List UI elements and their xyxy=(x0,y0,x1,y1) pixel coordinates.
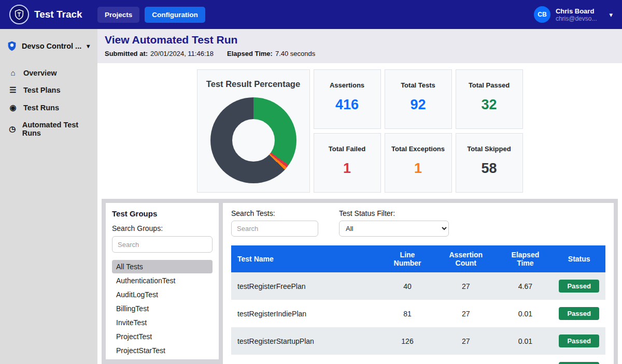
sidebar-item-label: Automated Test Runs xyxy=(22,121,89,137)
test-track-logo-icon xyxy=(9,5,29,24)
cell-assertion-count: 27 xyxy=(434,300,498,327)
stat-value: 32 xyxy=(456,97,522,113)
user-menu[interactable]: CB Chris Board chris@devso... ▾ xyxy=(534,6,613,23)
stat-value: 92 xyxy=(385,97,451,113)
header-status: Status xyxy=(553,245,605,272)
stats-section: Test Result Percentage Assertions 416 To… xyxy=(97,63,622,199)
sidebar-item-test-plans[interactable]: ☰ Test Plans xyxy=(0,81,97,99)
cell-status: Passed xyxy=(553,355,605,364)
cell-line-number: 81 xyxy=(381,300,434,327)
sidebar-item-label: Test Runs xyxy=(23,104,59,112)
tests-area: Search Tests: Test Status Filter: All Te… xyxy=(223,203,614,364)
cell-assertion-count: 27 xyxy=(434,355,498,364)
projects-button[interactable]: Projects xyxy=(97,7,139,23)
configuration-button[interactable]: Configuration xyxy=(145,7,205,23)
cell-line-number: 126 xyxy=(381,327,434,355)
search-groups-label: Search Groups: xyxy=(112,224,213,232)
header-line-number: Line Number xyxy=(381,245,434,272)
test-groups-title: Test Groups xyxy=(112,209,213,218)
cell-status: Passed xyxy=(553,327,605,355)
submitted-value: 20/01/2024, 11:46:18 xyxy=(150,50,214,57)
group-item[interactable]: AuditLogTest xyxy=(112,288,213,301)
sidebar-item-label: Overview xyxy=(23,69,57,77)
table-row[interactable]: testRegisterIndiePlan 81 27 0.01 Passed xyxy=(231,300,605,327)
chevron-down-icon: ▾ xyxy=(87,42,90,50)
group-item[interactable]: InviteTest xyxy=(112,316,213,329)
project-selector[interactable]: Devso Control ... ▾ xyxy=(0,29,97,60)
stat-card: Total Passed 32 xyxy=(456,69,523,129)
elapsed-value: 7.40 seconds xyxy=(275,50,315,57)
stat-card: Total Exceptions 1 xyxy=(385,133,452,193)
results-panel: Test Groups Search Groups: All Tests Aut… xyxy=(102,199,618,364)
sidebar: Devso Control ... ▾ ⌂ Overview ☰ Test Pl… xyxy=(0,29,97,364)
chart-title: Test Result Percentage xyxy=(206,79,300,89)
stat-value: 58 xyxy=(456,161,522,177)
run-meta: Submitted at:20/01/2024, 11:46:18 Elapse… xyxy=(105,50,615,57)
cell-status: Passed xyxy=(553,272,605,300)
cell-test-name: testRegisterIndiePlan xyxy=(231,300,381,327)
status-badge: Passed xyxy=(559,362,599,364)
group-item[interactable]: AuthenticationTest xyxy=(112,274,213,287)
user-text: Chris Board chris@devso... xyxy=(556,7,597,22)
group-item[interactable]: ProjectTest xyxy=(112,330,213,343)
cell-status: Passed xyxy=(553,300,605,327)
stat-value: 1 xyxy=(314,161,380,177)
cell-elapsed-time: 0.01 xyxy=(498,327,553,355)
search-groups-input[interactable] xyxy=(112,236,213,253)
search-tests-input[interactable] xyxy=(231,221,318,237)
sidebar-item-test-runs[interactable]: ◉ Test Runs xyxy=(0,99,97,117)
stat-value: 1 xyxy=(385,161,451,177)
stat-label: Total Tests xyxy=(385,81,451,89)
cell-line-number: 40 xyxy=(381,272,434,300)
devso-logo-icon xyxy=(6,40,18,52)
stat-label: Total Failed xyxy=(314,145,380,153)
cell-test-name: testRegisterFreePlan xyxy=(231,272,381,300)
list-icon: ☰ xyxy=(8,85,18,95)
search-tests-label: Search Tests: xyxy=(231,209,318,217)
user-email: chris@devso... xyxy=(556,15,597,22)
tests-table: Test Name Line Number Assertion Count El… xyxy=(231,245,605,364)
elapsed-label: Elapsed Time: xyxy=(227,50,273,57)
stat-label: Total Skipped xyxy=(456,145,522,153)
search-tests-control: Search Tests: xyxy=(231,209,318,237)
sidebar-item-overview[interactable]: ⌂ Overview xyxy=(0,64,97,81)
group-item[interactable]: ProjectStarTest xyxy=(112,344,213,357)
clock-icon: ◷ xyxy=(8,124,17,134)
cell-assertion-count: 27 xyxy=(434,327,498,355)
header-test-name: Test Name xyxy=(231,245,381,272)
status-badge: Passed xyxy=(559,334,599,347)
header-elapsed-time: Elapsed Time xyxy=(498,245,553,272)
cell-test-name: testRegisterStartupPlan xyxy=(231,327,381,355)
home-icon: ⌂ xyxy=(8,68,18,77)
cell-elapsed-time: 0.01 xyxy=(498,300,553,327)
page-header: View Automated Test Run Submitted at:20/… xyxy=(97,29,622,63)
test-groups-card: Test Groups Search Groups: All Tests Aut… xyxy=(106,203,219,359)
group-item-all-tests[interactable]: All Tests xyxy=(112,260,213,273)
submitted-label: Submitted at: xyxy=(105,50,148,57)
tests-table-header: Test Name Line Number Assertion Count El… xyxy=(231,245,605,272)
sidebar-item-label: Test Plans xyxy=(23,86,60,94)
header-assertion-count: Assertion Count xyxy=(434,245,498,272)
main-content: View Automated Test Run Submitted at:20/… xyxy=(97,29,622,364)
status-filter-select[interactable]: All xyxy=(339,221,449,237)
user-name: Chris Board xyxy=(556,7,597,15)
status-filter-control: Test Status Filter: All xyxy=(339,209,449,237)
group-list: All Tests AuthenticationTest AuditLogTes… xyxy=(112,260,213,357)
stat-card: Total Failed 1 xyxy=(314,133,381,193)
submitted-at: Submitted at:20/01/2024, 11:46:18 xyxy=(105,50,214,57)
avatar: CB xyxy=(534,6,550,23)
chart-card: Test Result Percentage xyxy=(197,69,310,193)
table-row[interactable]: testRegisterStartupPlan 126 27 0.01 Pass… xyxy=(231,327,605,355)
stat-card: Total Tests 92 xyxy=(385,69,452,129)
project-name: Devso Control ... xyxy=(22,42,81,50)
brand: Test Track xyxy=(9,5,92,24)
sidebar-item-automated-test-runs[interactable]: ◷ Automated Test Runs xyxy=(0,117,97,141)
stat-card: Total Skipped 58 xyxy=(456,133,523,193)
status-badge: Passed xyxy=(559,307,599,320)
elapsed-time: Elapsed Time:7.40 seconds xyxy=(227,50,315,57)
table-row[interactable]: testRegisterFreePlan 40 27 4.67 Passed xyxy=(231,272,605,300)
stat-card: Assertions 416 xyxy=(314,69,381,129)
table-row[interactable]: testRegisterProPlan 167 27 0.01 Passed xyxy=(231,355,605,364)
group-item[interactable]: BillingTest xyxy=(112,302,213,315)
tests-controls: Search Tests: Test Status Filter: All xyxy=(231,209,605,237)
